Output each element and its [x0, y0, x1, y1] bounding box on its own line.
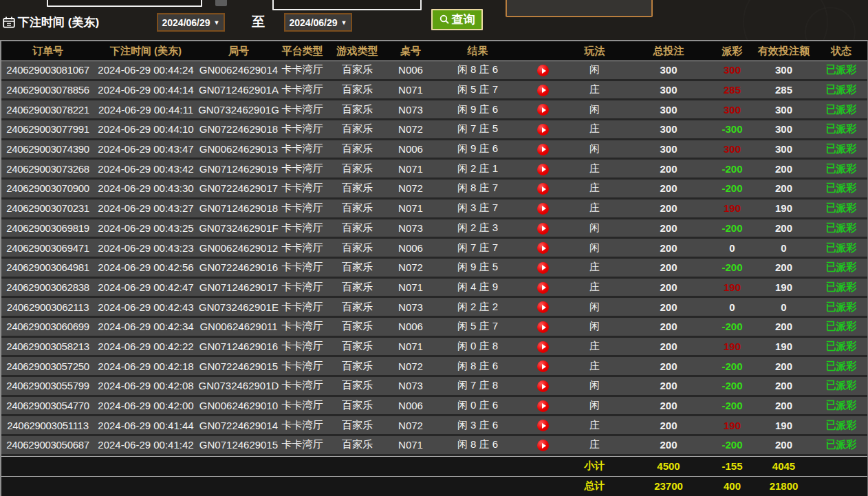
bet-type-cell: 庄: [562, 438, 627, 451]
date-from-value: 2024/06/29: [162, 17, 210, 28]
table-row: 240629003077991 2024-06-29 00:44:10 GN07…: [1, 120, 867, 140]
total-bet-cell: 200: [627, 360, 710, 372]
replay-cell: [524, 142, 562, 155]
bet-time-cell: 2024-06-29 00:42:08: [94, 380, 197, 391]
platform-cell: 卡卡湾厅: [280, 399, 325, 412]
play-icon[interactable]: [537, 65, 549, 76]
bet-type-cell: 庄: [562, 122, 627, 136]
table-no-cell: N006: [390, 242, 431, 254]
play-icon[interactable]: [537, 440, 549, 451]
play-icon[interactable]: [537, 104, 549, 116]
platform-cell: 卡卡湾厅: [280, 340, 325, 353]
round-cell: GN07224629014: [197, 420, 280, 431]
play-icon[interactable]: [537, 144, 549, 155]
date-to-select[interactable]: 2024/06/29 ▼: [284, 13, 352, 32]
header-bet-type: 玩法: [562, 45, 627, 58]
replay-cell: [524, 83, 562, 96]
game-type-cell: 百家乐: [325, 162, 390, 175]
valid-bet-cell: 300: [755, 64, 813, 76]
total-bet-cell: 200: [627, 400, 710, 411]
status-cell: 已派彩: [813, 261, 868, 274]
order-cell: 240629003058213: [1, 341, 94, 352]
play-triangle: [542, 285, 546, 290]
table-row: 240629003060699 2024-06-29 00:42:34 GN00…: [1, 318, 867, 338]
total-bet-cell: 200: [627, 182, 710, 194]
play-triangle: [542, 305, 546, 310]
platform-cell: 卡卡湾厅: [280, 63, 325, 76]
valid-bet-cell: 190: [755, 281, 813, 293]
play-icon[interactable]: [537, 341, 549, 353]
total-bet-cell: 300: [627, 143, 710, 155]
play-icon[interactable]: [537, 301, 549, 313]
status-cell: 已派彩: [813, 182, 868, 195]
result-cell: 闲 2 庄 3: [431, 222, 524, 235]
date-to-value: 2024/06/29: [290, 17, 338, 28]
round-cell: GN00624629012: [197, 242, 280, 254]
status-cell: 已派彩: [813, 122, 868, 136]
play-icon[interactable]: [537, 282, 549, 294]
bet-type-cell: 庄: [562, 182, 627, 195]
status-cell: 已派彩: [813, 241, 868, 255]
query-button[interactable]: 查询: [431, 9, 483, 30]
play-triangle: [542, 87, 546, 93]
play-icon[interactable]: [537, 223, 549, 235]
play-triangle: [542, 186, 546, 192]
payout-cell: -200: [710, 400, 755, 411]
date-range-to-label: 至: [252, 13, 265, 31]
total-bet-cell: 200: [627, 261, 710, 273]
replay-cell: [524, 123, 562, 136]
replay-cell: [524, 103, 562, 116]
valid-bet-cell: 300: [755, 143, 813, 155]
order-cell: 240629003054770: [1, 400, 94, 411]
replay-cell: [524, 281, 562, 294]
result-cell: 闲 9 庄 6: [431, 142, 524, 155]
table-row: 240629003070900 2024-06-29 00:43:30 GN07…: [1, 180, 867, 200]
date-from-select[interactable]: 2024/06/29 ▼: [157, 13, 225, 32]
play-icon[interactable]: [537, 164, 549, 175]
play-icon[interactable]: [537, 183, 549, 195]
table-row: 240629003078221 2024-06-29 00:44:11 GN07…: [1, 100, 867, 120]
result-cell: 闲 8 庄 6: [431, 63, 524, 76]
table-no-cell: N071: [390, 439, 431, 451]
query-button-label: 查询: [452, 12, 475, 28]
filter-bar: 下注时间 (美东) 2024/06/29 ▼ 至 2024/06/29 ▼ 查询: [0, 0, 868, 40]
play-icon[interactable]: [537, 321, 549, 333]
valid-bet-cell: 300: [755, 123, 813, 135]
table-row: 240629003081067 2024-06-29 00:44:24 GN00…: [1, 61, 867, 81]
bet-type-cell: 闲: [562, 142, 627, 155]
replay-cell: [524, 380, 562, 393]
play-icon[interactable]: [537, 262, 549, 274]
play-icon[interactable]: [537, 420, 549, 431]
payout-cell: -200: [710, 163, 755, 175]
result-cell: 闲 5 庄 7: [431, 320, 524, 333]
game-type-cell: 百家乐: [325, 261, 390, 274]
payout-cell: -300: [710, 123, 755, 135]
play-icon[interactable]: [537, 85, 549, 96]
replay-cell: [524, 360, 562, 373]
total-bet-cell: 200: [627, 222, 710, 234]
play-icon[interactable]: [537, 203, 549, 215]
replay-cell: [524, 321, 562, 334]
play-icon[interactable]: [537, 124, 549, 136]
play-icon[interactable]: [537, 242, 549, 254]
total-bet-cell: 200: [627, 380, 710, 391]
valid-bet-cell: 200: [755, 182, 813, 194]
play-triangle: [542, 127, 546, 133]
platform-cell: 卡卡湾厅: [280, 142, 325, 155]
order-cell: 240629003069471: [1, 242, 94, 254]
subtotal-label: 小计: [562, 460, 627, 473]
total-bet-cell: 200: [627, 439, 710, 451]
bet-time-cell: 2024-06-29 00:42:34: [94, 321, 197, 332]
status-cell: 已派彩: [813, 202, 868, 215]
platform-cell: 卡卡湾厅: [280, 301, 325, 314]
header-status: 状态: [813, 45, 868, 58]
play-icon[interactable]: [537, 360, 549, 372]
table-row: 240629003055799 2024-06-29 00:42:08 GN07…: [1, 377, 867, 397]
table-no-cell: N073: [390, 222, 431, 234]
bet-time-cell: 2024-06-29 00:43:25: [94, 222, 197, 234]
play-icon[interactable]: [537, 380, 549, 392]
header-payout: 派彩: [710, 45, 755, 58]
replay-cell: [524, 202, 562, 215]
play-icon[interactable]: [537, 400, 549, 412]
platform-cell: 卡卡湾厅: [280, 241, 325, 255]
